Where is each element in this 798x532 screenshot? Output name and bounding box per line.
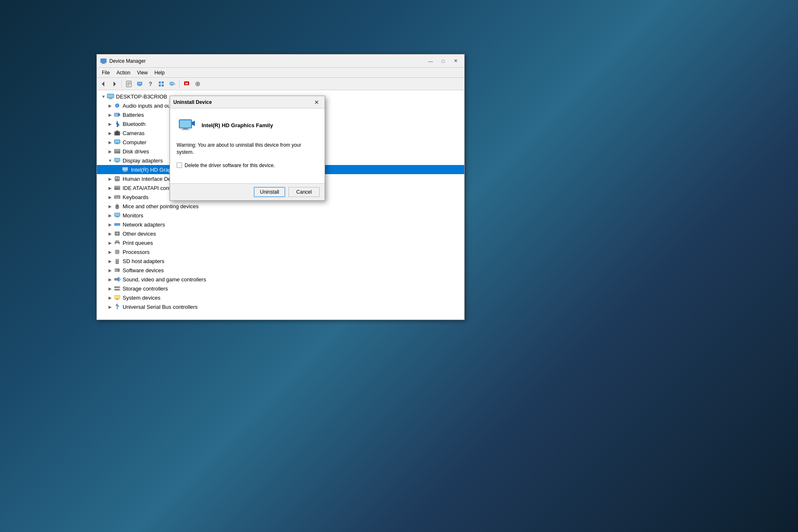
keyboards-arrow: ▶ <box>107 195 113 200</box>
svg-rect-70 <box>116 203 117 205</box>
sd-label: SD host adapters <box>123 258 164 264</box>
svg-rect-33 <box>119 114 120 116</box>
uninstall-confirm-button[interactable]: Uninstall <box>254 187 285 197</box>
tree-print[interactable]: ▶ Print queues <box>97 238 464 247</box>
menu-help[interactable]: Help <box>151 69 168 76</box>
svg-marker-124 <box>192 121 195 126</box>
forward-button[interactable] <box>109 79 119 89</box>
tree-mice[interactable]: ▶ Mice and other pointing devices <box>97 202 464 211</box>
svg-rect-60 <box>115 188 117 189</box>
hid-icon <box>113 175 121 182</box>
refresh-button[interactable]: ⊕ <box>192 79 202 89</box>
menu-view[interactable]: View <box>134 69 151 76</box>
svg-rect-114 <box>115 299 119 300</box>
update-driver-button[interactable] <box>135 79 145 89</box>
cameras-arrow: ▶ <box>107 131 113 135</box>
other-label: Other devices <box>123 231 156 237</box>
audio-icon <box>113 102 121 109</box>
sd-icon <box>113 257 121 265</box>
scan-changes-button[interactable] <box>167 79 177 89</box>
close-button[interactable]: ✕ <box>450 57 461 65</box>
svg-marker-4 <box>113 81 116 86</box>
tree-storage[interactable]: ▶ Storage controllers <box>97 284 464 293</box>
usb-icon <box>113 303 121 310</box>
tree-software[interactable]: ▶ Software devices <box>97 266 464 275</box>
tree-network[interactable]: ▶ Network adapters <box>97 220 464 229</box>
svg-rect-27 <box>109 98 112 99</box>
batteries-arrow: ▶ <box>107 113 113 117</box>
view-resources-button[interactable] <box>156 79 166 89</box>
print-icon <box>113 239 121 246</box>
system-icon <box>113 294 121 301</box>
storage-label: Storage controllers <box>123 286 168 292</box>
help-button[interactable]: ? <box>145 79 155 89</box>
other-icon <box>113 230 121 237</box>
tree-sd[interactable]: ▶ SD host adapters <box>97 256 464 266</box>
tree-other[interactable]: ▶ Other devices <box>97 229 464 238</box>
dialog-close-button[interactable]: ✕ <box>312 98 321 107</box>
batteries-icon <box>113 111 121 118</box>
svg-rect-100 <box>116 262 118 263</box>
svg-rect-20 <box>171 85 173 85</box>
tree-sound[interactable]: ▶ Sound, video and game controllers <box>97 275 464 284</box>
svg-point-118 <box>118 306 119 307</box>
svg-rect-99 <box>116 261 118 262</box>
svg-point-31 <box>117 105 118 106</box>
svg-point-80 <box>116 233 118 234</box>
tree-usb[interactable]: ▶ Universal Serial Bus controllers <box>97 302 464 311</box>
intel-hd-icon <box>122 166 129 173</box>
back-button[interactable] <box>99 79 108 89</box>
bluetooth-arrow: ▶ <box>107 122 113 126</box>
keyboards-icon <box>113 193 121 201</box>
system-arrow: ▶ <box>107 296 113 300</box>
svg-marker-106 <box>118 277 119 282</box>
svg-rect-76 <box>115 224 116 225</box>
svg-rect-112 <box>115 296 120 298</box>
tree-system[interactable]: ▶ System devices <box>97 293 464 302</box>
window-controls: — □ ✕ <box>425 57 461 65</box>
processors-arrow: ▶ <box>107 250 113 254</box>
delete-driver-checkbox[interactable] <box>177 163 182 168</box>
window-icon <box>100 58 107 64</box>
monitors-arrow: ▶ <box>107 213 113 218</box>
audio-arrow: ▶ <box>107 103 113 108</box>
svg-rect-49 <box>115 162 119 163</box>
svg-point-110 <box>119 289 120 290</box>
properties-button[interactable] <box>124 79 134 89</box>
menu-bar: File Action View Help <box>97 68 464 78</box>
svg-rect-2 <box>101 64 106 64</box>
mice-label: Mice and other pointing devices <box>123 203 199 209</box>
svg-rect-59 <box>115 186 120 187</box>
maximize-button[interactable]: □ <box>438 57 448 65</box>
minimize-button[interactable]: — <box>425 57 436 65</box>
svg-rect-73 <box>116 217 118 217</box>
computer-label: Computer <box>123 139 146 145</box>
network-icon <box>113 221 121 228</box>
root-label: DESKTOP-B3CRIOB <box>116 94 167 100</box>
sound-arrow: ▶ <box>107 277 113 282</box>
toolbar: ? ⊕ <box>97 78 464 90</box>
storage-icon <box>113 285 121 292</box>
svg-rect-44 <box>115 150 120 151</box>
menu-file[interactable]: File <box>99 69 113 76</box>
svg-rect-82 <box>116 240 119 242</box>
tree-monitors[interactable]: ▶ Monitors <box>97 211 464 220</box>
delete-driver-label[interactable]: Delete the driver software for this devi… <box>185 163 275 168</box>
cancel-button[interactable]: Cancel <box>288 187 320 197</box>
svg-rect-63 <box>116 196 117 197</box>
tree-processors[interactable]: ▶ Processors <box>97 247 464 256</box>
svg-rect-48 <box>116 162 118 162</box>
network-label: Network adapters <box>123 222 165 228</box>
dialog-device-icon <box>177 115 197 135</box>
svg-rect-21 <box>170 85 173 86</box>
svg-rect-28 <box>108 99 113 99</box>
menu-action[interactable]: Action <box>113 69 133 76</box>
other-arrow: ▶ <box>107 232 113 236</box>
disk-icon <box>113 148 121 155</box>
dialog-title-bar: Uninstall Device ✕ <box>170 96 325 108</box>
processors-icon <box>113 248 121 256</box>
svg-rect-38 <box>116 131 118 132</box>
uninstall-button[interactable] <box>182 79 192 89</box>
svg-rect-84 <box>115 243 119 243</box>
title-bar: Device Manager — □ ✕ <box>97 54 464 68</box>
